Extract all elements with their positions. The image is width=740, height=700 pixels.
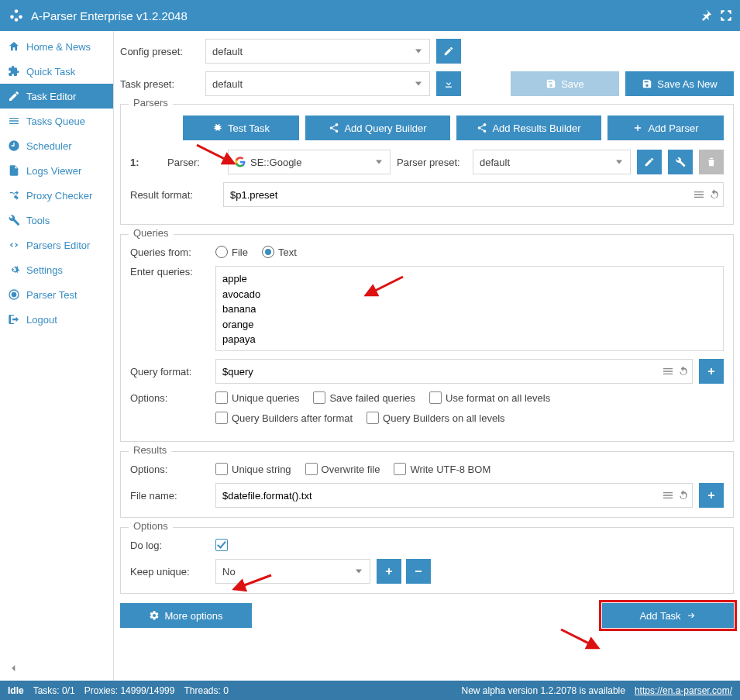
home-icon: [8, 40, 20, 53]
fullscreen-icon[interactable]: [720, 9, 732, 22]
options-legend: Options: [129, 520, 173, 532]
sidebar-item-tools[interactable]: Tools: [0, 208, 113, 233]
sidebar-item-proxy-checker[interactable]: Proxy Checker: [0, 183, 113, 208]
parser-preset-label: Parser preset:: [397, 157, 466, 168]
task-preset-download-button[interactable]: [436, 71, 461, 96]
result-format-input[interactable]: [223, 182, 724, 207]
do-log-label: Do log:: [130, 540, 215, 551]
sidebar-item-settings[interactable]: Settings: [0, 257, 113, 282]
save-as-new-button[interactable]: Save As New: [625, 71, 734, 96]
queries-from-file-radio[interactable]: File: [215, 246, 248, 258]
keep-unique-plus-button[interactable]: [377, 559, 401, 584]
sidebar-item-home-news[interactable]: Home & News: [0, 34, 113, 59]
unique-queries-checkbox[interactable]: Unique queries: [215, 391, 299, 404]
list-icon[interactable]: [693, 188, 705, 201]
sidebar-item-tasks-queue[interactable]: Tasks Queue: [0, 109, 113, 133]
qb-all-levels-checkbox[interactable]: Query Builders on all levels: [367, 412, 505, 424]
reset-icon[interactable]: [677, 365, 690, 378]
svg-point-3: [15, 18, 19, 22]
queries-textarea[interactable]: [215, 266, 724, 351]
clock-icon: [8, 140, 20, 152]
svg-point-1: [10, 16, 14, 19]
config-preset-edit-button[interactable]: [436, 39, 461, 64]
parser-label: Parser:: [167, 157, 222, 168]
puzzle-icon: [8, 65, 20, 78]
parsers-legend: Parsers: [129, 97, 173, 109]
query-format-add-button[interactable]: [699, 359, 724, 384]
shuffle-icon: [8, 189, 20, 202]
content: Config preset: default Task preset: defa…: [114, 31, 740, 681]
sidebar-item-label: Tools: [26, 215, 50, 226]
sidebar-item-logout[interactable]: Logout: [0, 307, 113, 332]
unique-string-checkbox[interactable]: Unique string: [215, 463, 291, 475]
add-task-button[interactable]: Add Task: [602, 603, 734, 628]
filename-input[interactable]: [215, 483, 693, 508]
svg-point-0: [15, 9, 19, 13]
query-format-input[interactable]: [215, 359, 693, 384]
save-button[interactable]: Save: [511, 71, 619, 96]
filename-label: File name:: [130, 490, 215, 502]
use-format-all-levels-checkbox[interactable]: Use format on all levels: [429, 391, 550, 404]
sidebar-item-label: Tasks Queue: [26, 116, 85, 127]
app-logo-icon: [8, 7, 25, 24]
query-format-label: Query format:: [130, 366, 215, 378]
list-icon[interactable]: [662, 489, 674, 502]
sidebar-item-task-editor[interactable]: Task Editor: [0, 84, 113, 109]
keep-unique-select[interactable]: No: [215, 559, 370, 584]
add-results-builder-button[interactable]: Add Results Builder: [456, 116, 601, 140]
list-icon[interactable]: [662, 365, 674, 378]
queries-from-label: Queries from:: [130, 247, 215, 258]
sidebar-item-label: Home & News: [26, 41, 91, 53]
config-preset-select[interactable]: default: [205, 39, 430, 64]
sidebar-item-parser-test[interactable]: Parser Test: [0, 282, 113, 307]
sidebar-item-label: Parsers Editor: [26, 240, 90, 251]
pin-icon[interactable]: [700, 9, 712, 22]
sidebar-item-parsers-editor[interactable]: Parsers Editor: [0, 233, 113, 257]
parser-edit-button[interactable]: [637, 150, 662, 174]
utf8-bom-checkbox[interactable]: Write UTF-8 BOM: [394, 463, 490, 475]
svg-point-2: [19, 16, 22, 19]
sidebar-item-quick-task[interactable]: Quick Task: [0, 59, 113, 84]
target-icon: [8, 288, 20, 301]
options-fieldset: Options Do log: Keep unique: No: [120, 527, 734, 594]
parser-select[interactable]: SE::Google: [228, 150, 391, 174]
task-preset-select[interactable]: default: [205, 71, 430, 96]
list-icon: [8, 115, 20, 127]
status-url-link[interactable]: https://en.a-parser.com/: [635, 685, 732, 696]
status-threads: Threads: 0: [184, 685, 228, 696]
do-log-checkbox[interactable]: [215, 539, 228, 551]
results-legend: Results: [129, 444, 171, 456]
queries-from-text-radio[interactable]: Text: [262, 246, 297, 258]
sidebar-item-label: Scheduler: [26, 140, 72, 152]
sidebar-item-logs-viewer[interactable]: Logs Viewer: [0, 158, 113, 183]
enter-queries-label: Enter queries:: [130, 266, 215, 278]
filename-add-button[interactable]: [699, 483, 724, 508]
parser-settings-button[interactable]: [668, 150, 693, 174]
sidebar-item-label: Proxy Checker: [26, 190, 92, 202]
sidebar-item-label: Parser Test: [26, 289, 77, 301]
status-tasks: Tasks: 0/1: [33, 685, 75, 696]
logout-icon: [8, 313, 20, 326]
code-icon: [8, 239, 20, 251]
pencil-icon: [8, 90, 20, 102]
overwrite-file-checkbox[interactable]: Overwrite file: [305, 463, 380, 475]
qb-after-format-checkbox[interactable]: Query Builders after format: [215, 412, 353, 424]
sidebar-collapse-icon[interactable]: [8, 662, 20, 674]
test-task-button[interactable]: Test Task: [183, 116, 299, 140]
more-options-button[interactable]: More options: [120, 603, 252, 628]
config-preset-label: Config preset:: [120, 46, 205, 57]
add-parser-button[interactable]: Add Parser: [607, 116, 724, 140]
result-format-label: Result format:: [130, 189, 223, 201]
reset-icon[interactable]: [677, 489, 690, 502]
parsers-fieldset: Parsers Test Task Add Query Builder Add …: [120, 104, 734, 225]
save-failed-checkbox[interactable]: Save failed queries: [313, 391, 415, 404]
parser-delete-button[interactable]: [699, 150, 724, 174]
query-options-label: Options:: [130, 392, 215, 404]
add-query-builder-button[interactable]: Add Query Builder: [305, 116, 450, 140]
sidebar-item-scheduler[interactable]: Scheduler: [0, 133, 113, 158]
queries-fieldset: Queries Queries from: File Text Enter qu…: [120, 234, 734, 442]
keep-unique-minus-button[interactable]: [406, 559, 431, 584]
parser-preset-select[interactable]: default: [473, 150, 631, 174]
gears-icon: [8, 264, 20, 276]
reset-icon[interactable]: [708, 188, 721, 201]
